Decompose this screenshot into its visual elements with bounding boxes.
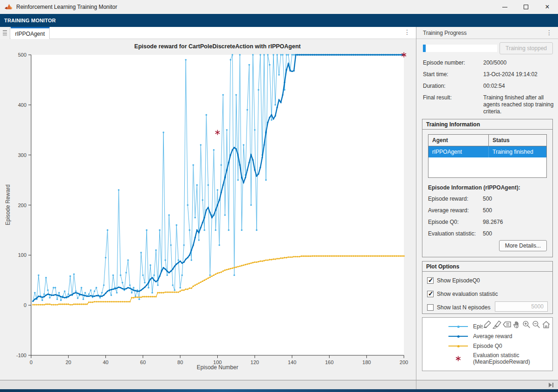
start-time-row: Start time: 13-Oct-2024 19:14:02 bbox=[423, 71, 554, 78]
close-button[interactable]: × bbox=[537, 0, 558, 14]
close-icon: × bbox=[545, 3, 549, 11]
show-last-n-episodes-checkbox[interactable]: Show last N episodes bbox=[427, 303, 490, 312]
field-label: Duration: bbox=[423, 83, 483, 90]
field-label: Episode number: bbox=[423, 59, 483, 66]
matlab-logo-icon bbox=[5, 4, 13, 11]
home-icon[interactable] bbox=[541, 320, 551, 329]
table-row[interactable]: rIPPOAgent Training finished bbox=[428, 146, 546, 157]
maximize-icon bbox=[524, 5, 528, 9]
app-window: Reinforcement Learning Training Monitor … bbox=[0, 0, 558, 392]
field-value: 500 bbox=[483, 207, 492, 214]
svg-text:100: 100 bbox=[18, 252, 26, 258]
show-episodeq0-checkbox[interactable]: Show EpisodeQ0 bbox=[427, 276, 480, 285]
maximize-button[interactable] bbox=[515, 0, 537, 14]
episode-reward-line-icon bbox=[448, 323, 468, 330]
column-header-agent: Agent bbox=[428, 135, 489, 146]
field-value: 500 bbox=[483, 196, 492, 202]
checkbox-icon bbox=[427, 304, 434, 311]
status-cell: Training finished bbox=[489, 146, 546, 157]
window-title: Reinforcement Learning Training Monitor bbox=[16, 4, 117, 10]
episode-number-row: Episode number: 200/5000 bbox=[423, 59, 554, 66]
group-title: Training Information bbox=[422, 119, 552, 130]
panel-overflow-menu-icon[interactable]: ⋮ bbox=[546, 29, 552, 36]
tab-overflow-menu-icon[interactable]: ⋮ bbox=[404, 28, 410, 36]
datatips-icon[interactable] bbox=[502, 320, 512, 329]
tab-training-monitor[interactable]: TRAINING MONITOR bbox=[0, 18, 56, 23]
title-bar: Reinforcement Learning Training Monitor … bbox=[0, 0, 558, 14]
training-progress-bar bbox=[423, 45, 497, 52]
brush-icon[interactable] bbox=[493, 320, 502, 329]
document-tab-strip: rIPPOAgent ⋮ bbox=[0, 27, 416, 39]
legend-label: Average reward bbox=[473, 333, 513, 340]
training-information-group: Training Information Agent Status rIPPOA… bbox=[422, 119, 553, 257]
reward-plot[interactable]: 020406080100120140160180200-100010020030… bbox=[0, 39, 416, 380]
zoom-in-icon[interactable] bbox=[522, 320, 532, 329]
panel-body: Training stopped Episode number: 200/500… bbox=[416, 39, 558, 379]
field-label: Average reward: bbox=[428, 207, 483, 214]
svg-text:0: 0 bbox=[24, 302, 26, 308]
legend-entry-evaluation-statistic: Evaluation statistic (MeanEpisodeReward) bbox=[448, 352, 543, 365]
x-axis-label: Episode Number bbox=[31, 364, 404, 371]
episode-information-title: Episode Information (rIPPOAgent): bbox=[428, 184, 520, 191]
pan-icon[interactable] bbox=[512, 320, 522, 329]
legend-label: Episode Q0 bbox=[473, 343, 502, 349]
document-area: rIPPOAgent ⋮ Episode reward for CartPole… bbox=[0, 27, 416, 380]
progress-fill bbox=[423, 45, 426, 52]
minimize-icon bbox=[502, 7, 507, 7]
document-bar-menu-button[interactable] bbox=[0, 27, 10, 39]
show-evaluation-statistic-checkbox[interactable]: Show evaluation statistic bbox=[427, 290, 498, 298]
scroll-to-end-icon[interactable] bbox=[548, 382, 554, 388]
checkbox-label: Show evaluation statistic bbox=[437, 291, 498, 297]
field-label: Episode reward: bbox=[428, 196, 483, 202]
toolstrip: TRAINING MONITOR bbox=[0, 14, 558, 27]
field-value: 500 bbox=[483, 230, 492, 237]
export-icon[interactable] bbox=[483, 320, 493, 329]
window-bottom-edge bbox=[0, 389, 558, 392]
column-header-status: Status bbox=[489, 135, 546, 146]
training-progress-panel: Training Progress ⋮ Training stopped Epi… bbox=[416, 27, 558, 380]
legend-entry-episode-q0: Episode Q0 bbox=[448, 343, 502, 349]
field-value: 98.2676 bbox=[483, 219, 503, 225]
average-reward-row: Average reward: 500 bbox=[428, 207, 492, 214]
evaluation-statistic-row: Evaluation statistic: 500 bbox=[428, 230, 492, 237]
training-stopped-button[interactable]: Training stopped bbox=[500, 42, 553, 54]
panel-header: Training Progress ⋮ bbox=[416, 27, 558, 39]
n-episodes-input[interactable] bbox=[495, 301, 548, 312]
field-value: 00:02:54 bbox=[483, 83, 554, 90]
tab-rippoagent[interactable]: rIPPOAgent bbox=[11, 27, 50, 39]
episode-q0-row: Episode Q0: 98.2676 bbox=[428, 219, 503, 225]
group-title: Plot Options bbox=[422, 261, 552, 272]
panel-title: Training Progress bbox=[416, 30, 467, 36]
legend-label: Evaluation statistic (MeanEpisodeReward) bbox=[473, 352, 543, 365]
field-label: Start time: bbox=[423, 71, 483, 78]
more-details-button[interactable]: More Details... bbox=[499, 240, 547, 251]
right-horizontal-scrollbar[interactable] bbox=[416, 380, 558, 389]
field-label: Evaluation statistic: bbox=[428, 230, 483, 237]
field-value: Training finished after all agents reach… bbox=[483, 94, 554, 115]
axes-toolbar bbox=[483, 320, 551, 329]
zoom-out-icon[interactable] bbox=[532, 320, 541, 329]
left-horizontal-scrollbar[interactable] bbox=[0, 380, 416, 389]
average-reward-line-icon bbox=[448, 333, 468, 340]
svg-text:200: 200 bbox=[18, 203, 26, 208]
field-label: Episode Q0: bbox=[428, 219, 483, 225]
checkbox-label: Show EpisodeQ0 bbox=[437, 277, 480, 284]
svg-text:500: 500 bbox=[18, 52, 26, 58]
tab-label: rIPPOAgent bbox=[15, 31, 45, 37]
checkbox-label: Show last N episodes bbox=[437, 304, 490, 311]
legend-entry-average-reward: Average reward bbox=[448, 333, 513, 340]
svg-text:300: 300 bbox=[18, 152, 26, 158]
plot-options-group: Plot Options Show EpisodeQ0 Show evaluat… bbox=[422, 261, 553, 314]
checkbox-icon bbox=[427, 291, 434, 297]
field-label: Final result: bbox=[423, 94, 483, 115]
svg-text:-100: -100 bbox=[16, 353, 26, 358]
evaluation-asterisk-icon bbox=[448, 355, 468, 362]
legend-box: Episode reward Average reward Episode Q0… bbox=[422, 317, 553, 371]
agent-status-table: Agent Status rIPPOAgent Training finishe… bbox=[428, 134, 547, 178]
minimize-button[interactable] bbox=[494, 0, 515, 14]
duration-row: Duration: 00:02:54 bbox=[423, 83, 554, 90]
training-figure: Episode reward for CartPoleDiscreteActio… bbox=[0, 39, 416, 380]
svg-text:400: 400 bbox=[18, 102, 26, 108]
episode-reward-row: Episode reward: 500 bbox=[428, 196, 492, 202]
table-header-row: Agent Status bbox=[428, 135, 546, 146]
